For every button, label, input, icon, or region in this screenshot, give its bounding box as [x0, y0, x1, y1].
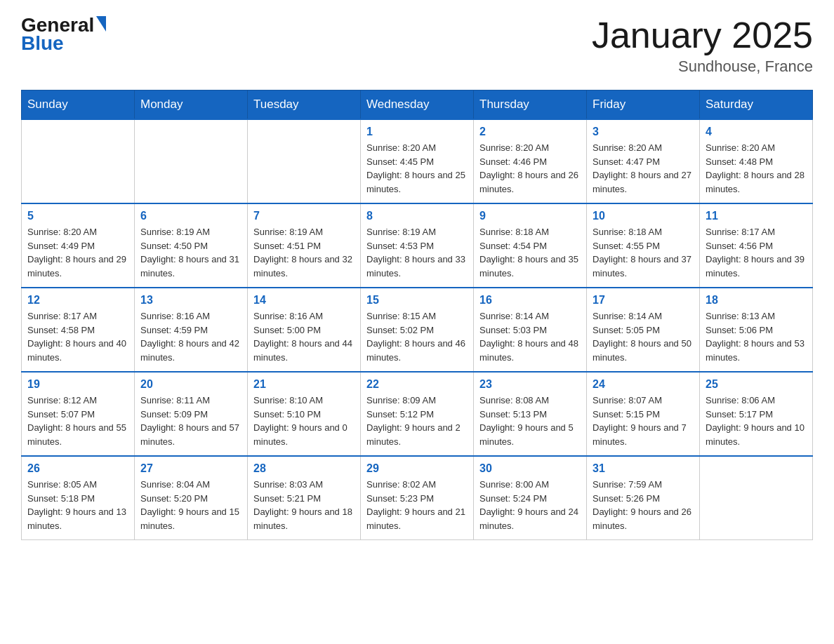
day-number: 27 — [140, 462, 241, 475]
day-info: Sunrise: 8:18 AM Sunset: 4:54 PM Dayligh… — [479, 225, 581, 280]
day-number: 7 — [253, 210, 355, 222]
day-number: 30 — [479, 462, 581, 475]
day-number: 5 — [27, 210, 128, 222]
day-info: Sunrise: 8:08 AM Sunset: 5:13 PM Dayligh… — [479, 394, 581, 448]
day-of-week-header: Thursday — [474, 90, 587, 120]
calendar-cell: 31Sunrise: 7:59 AM Sunset: 5:26 PM Dayli… — [587, 456, 700, 540]
logo-triangle-icon — [96, 16, 106, 32]
calendar-cell — [135, 119, 248, 203]
day-info: Sunrise: 8:19 AM Sunset: 4:50 PM Dayligh… — [140, 225, 241, 280]
calendar-cell: 12Sunrise: 8:17 AM Sunset: 4:58 PM Dayli… — [22, 288, 135, 372]
calendar-table: SundayMondayTuesdayWednesdayThursdayFrid… — [21, 90, 813, 540]
day-info: Sunrise: 8:13 AM Sunset: 5:06 PM Dayligh… — [706, 309, 807, 364]
calendar-cell: 28Sunrise: 8:03 AM Sunset: 5:21 PM Dayli… — [248, 456, 361, 540]
day-info: Sunrise: 8:14 AM Sunset: 5:05 PM Dayligh… — [593, 309, 694, 364]
day-number: 3 — [593, 126, 694, 138]
calendar-cell: 6Sunrise: 8:19 AM Sunset: 4:50 PM Daylig… — [135, 203, 248, 288]
day-info: Sunrise: 8:05 AM Sunset: 5:18 PM Dayligh… — [27, 478, 128, 532]
calendar-cell: 14Sunrise: 8:16 AM Sunset: 5:00 PM Dayli… — [248, 288, 361, 372]
day-number: 31 — [593, 462, 694, 475]
week-row: 5Sunrise: 8:20 AM Sunset: 4:49 PM Daylig… — [22, 203, 813, 288]
day-number: 18 — [706, 294, 807, 307]
page-header: General Blue January 2025 Sundhouse, Fra… — [21, 14, 813, 76]
day-info: Sunrise: 8:20 AM Sunset: 4:45 PM Dayligh… — [366, 141, 468, 196]
day-of-week-header: Saturday — [700, 90, 813, 120]
day-info: Sunrise: 8:06 AM Sunset: 5:17 PM Dayligh… — [706, 394, 807, 448]
calendar-cell: 24Sunrise: 8:07 AM Sunset: 5:15 PM Dayli… — [587, 372, 700, 456]
week-row: 12Sunrise: 8:17 AM Sunset: 4:58 PM Dayli… — [22, 288, 813, 372]
day-info: Sunrise: 8:18 AM Sunset: 4:55 PM Dayligh… — [593, 225, 694, 280]
calendar-subtitle: Sundhouse, France — [592, 58, 813, 76]
day-info: Sunrise: 8:11 AM Sunset: 5:09 PM Dayligh… — [140, 394, 241, 448]
day-number: 11 — [706, 210, 807, 222]
day-number: 26 — [27, 462, 128, 475]
day-number: 8 — [366, 210, 468, 222]
calendar-cell: 17Sunrise: 8:14 AM Sunset: 5:05 PM Dayli… — [587, 288, 700, 372]
day-number: 13 — [140, 294, 241, 307]
day-number: 15 — [366, 294, 468, 307]
day-number: 2 — [479, 126, 581, 138]
day-number: 9 — [479, 210, 581, 222]
day-info: Sunrise: 8:03 AM Sunset: 5:21 PM Dayligh… — [253, 478, 355, 532]
calendar-cell: 15Sunrise: 8:15 AM Sunset: 5:02 PM Dayli… — [361, 288, 474, 372]
calendar-title: January 2025 — [592, 14, 813, 56]
day-info: Sunrise: 8:14 AM Sunset: 5:03 PM Dayligh… — [479, 309, 581, 364]
day-of-week-header: Sunday — [22, 90, 135, 120]
day-info: Sunrise: 8:16 AM Sunset: 4:59 PM Dayligh… — [140, 309, 241, 364]
day-info: Sunrise: 8:00 AM Sunset: 5:24 PM Dayligh… — [479, 478, 581, 532]
day-info: Sunrise: 8:07 AM Sunset: 5:15 PM Dayligh… — [593, 394, 694, 448]
day-number: 25 — [706, 378, 807, 391]
day-number: 14 — [253, 294, 355, 307]
day-number: 1 — [366, 126, 468, 138]
calendar-cell: 20Sunrise: 8:11 AM Sunset: 5:09 PM Dayli… — [135, 372, 248, 456]
day-of-week-header: Monday — [135, 90, 248, 120]
logo-blue-text: Blue — [21, 32, 64, 55]
week-row: 19Sunrise: 8:12 AM Sunset: 5:07 PM Dayli… — [22, 372, 813, 456]
calendar-cell: 11Sunrise: 8:17 AM Sunset: 4:56 PM Dayli… — [700, 203, 813, 288]
day-info: Sunrise: 8:17 AM Sunset: 4:56 PM Dayligh… — [706, 225, 807, 280]
calendar-cell: 23Sunrise: 8:08 AM Sunset: 5:13 PM Dayli… — [474, 372, 587, 456]
day-number: 4 — [706, 126, 807, 138]
day-info: Sunrise: 8:20 AM Sunset: 4:48 PM Dayligh… — [706, 141, 807, 196]
day-of-week-header: Friday — [587, 90, 700, 120]
calendar-cell — [248, 119, 361, 203]
calendar-cell: 4Sunrise: 8:20 AM Sunset: 4:48 PM Daylig… — [700, 119, 813, 203]
calendar-cell: 2Sunrise: 8:20 AM Sunset: 4:46 PM Daylig… — [474, 119, 587, 203]
day-info: Sunrise: 8:19 AM Sunset: 4:53 PM Dayligh… — [366, 225, 468, 280]
calendar-cell: 13Sunrise: 8:16 AM Sunset: 4:59 PM Dayli… — [135, 288, 248, 372]
day-number: 10 — [593, 210, 694, 222]
logo: General Blue — [21, 14, 106, 55]
calendar-cell: 10Sunrise: 8:18 AM Sunset: 4:55 PM Dayli… — [587, 203, 700, 288]
day-info: Sunrise: 8:20 AM Sunset: 4:46 PM Dayligh… — [479, 141, 581, 196]
calendar-cell: 26Sunrise: 8:05 AM Sunset: 5:18 PM Dayli… — [22, 456, 135, 540]
day-of-week-header: Tuesday — [248, 90, 361, 120]
day-number: 12 — [27, 294, 128, 307]
calendar-cell: 29Sunrise: 8:02 AM Sunset: 5:23 PM Dayli… — [361, 456, 474, 540]
day-number: 16 — [479, 294, 581, 307]
day-info: Sunrise: 8:19 AM Sunset: 4:51 PM Dayligh… — [253, 225, 355, 280]
day-info: Sunrise: 8:04 AM Sunset: 5:20 PM Dayligh… — [140, 478, 241, 532]
calendar-cell: 25Sunrise: 8:06 AM Sunset: 5:17 PM Dayli… — [700, 372, 813, 456]
calendar-cell: 3Sunrise: 8:20 AM Sunset: 4:47 PM Daylig… — [587, 119, 700, 203]
day-number: 22 — [366, 378, 468, 391]
calendar-cell — [22, 119, 135, 203]
calendar-cell: 19Sunrise: 8:12 AM Sunset: 5:07 PM Dayli… — [22, 372, 135, 456]
calendar-cell: 27Sunrise: 8:04 AM Sunset: 5:20 PM Dayli… — [135, 456, 248, 540]
calendar-cell: 7Sunrise: 8:19 AM Sunset: 4:51 PM Daylig… — [248, 203, 361, 288]
day-of-week-header: Wednesday — [361, 90, 474, 120]
calendar-header-row: SundayMondayTuesdayWednesdayThursdayFrid… — [22, 90, 813, 120]
week-row: 1Sunrise: 8:20 AM Sunset: 4:45 PM Daylig… — [22, 119, 813, 203]
day-info: Sunrise: 8:02 AM Sunset: 5:23 PM Dayligh… — [366, 478, 468, 532]
day-info: Sunrise: 8:20 AM Sunset: 4:47 PM Dayligh… — [593, 141, 694, 196]
day-info: Sunrise: 8:16 AM Sunset: 5:00 PM Dayligh… — [253, 309, 355, 364]
day-info: Sunrise: 8:10 AM Sunset: 5:10 PM Dayligh… — [253, 394, 355, 448]
day-number: 6 — [140, 210, 241, 222]
calendar-cell: 16Sunrise: 8:14 AM Sunset: 5:03 PM Dayli… — [474, 288, 587, 372]
calendar-cell: 21Sunrise: 8:10 AM Sunset: 5:10 PM Dayli… — [248, 372, 361, 456]
day-number: 20 — [140, 378, 241, 391]
calendar-cell — [700, 456, 813, 540]
calendar-cell: 8Sunrise: 8:19 AM Sunset: 4:53 PM Daylig… — [361, 203, 474, 288]
day-info: Sunrise: 7:59 AM Sunset: 5:26 PM Dayligh… — [593, 478, 694, 532]
calendar-cell: 18Sunrise: 8:13 AM Sunset: 5:06 PM Dayli… — [700, 288, 813, 372]
day-info: Sunrise: 8:09 AM Sunset: 5:12 PM Dayligh… — [366, 394, 468, 448]
